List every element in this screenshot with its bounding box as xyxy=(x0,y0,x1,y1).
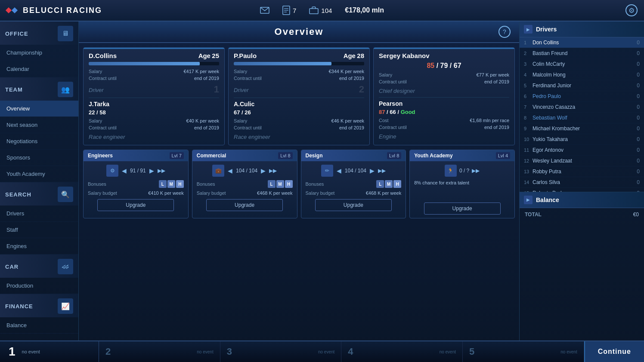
engineers-arrow-left[interactable]: ◀ xyxy=(121,167,127,174)
driver-list-num: 14 xyxy=(524,180,533,185)
engineers-bonus-h[interactable]: H xyxy=(176,180,184,188)
sidebar-item-youth-academy[interactable]: Youth Academy xyxy=(0,166,78,182)
driver-list-item[interactable]: 2 Bastian Freund 0 xyxy=(520,48,644,59)
design-arrow-left[interactable]: ◀ xyxy=(336,167,342,174)
driver2-sub-stats: 67 / 26 xyxy=(234,109,364,116)
dept-commercial-level: Lvl 8 xyxy=(278,152,292,159)
driver-list-item[interactable]: 11 Egor Antonov 0 xyxy=(520,145,644,156)
bottom-event[interactable]: 2 no event xyxy=(99,341,220,362)
design-bonus-l[interactable]: L xyxy=(376,180,384,188)
sidebar-item-negotiations[interactable]: Negotiations xyxy=(0,133,78,150)
driver-list-item[interactable]: 3 Colin McCarty 0 xyxy=(520,59,644,70)
drivers-expand-icon[interactable]: ▶ xyxy=(524,25,533,34)
sidebar-item-championship[interactable]: Championship xyxy=(0,45,78,61)
driver-list-score: 0 xyxy=(637,115,640,121)
driver-list-item[interactable]: 6 Pedro Paulo 0 xyxy=(520,91,644,102)
engineers-bonus-m[interactable]: M xyxy=(167,180,175,188)
sidebar-item-engines[interactable]: Engines xyxy=(0,238,78,255)
doc-item[interactable]: 7 xyxy=(282,6,296,15)
engineers-double-arrow[interactable]: ▶▶ xyxy=(158,168,165,174)
design-arrow-right[interactable]: ▶ xyxy=(369,167,375,174)
commercial-arrow-right[interactable]: ▶ xyxy=(260,167,266,174)
sidebar-item-staff[interactable]: Staff xyxy=(0,222,78,238)
dept-youth-academy: Youth Academy Lvl 4 🏃 0 / ? ▶▶ 8% chance… xyxy=(409,150,515,218)
sidebar-item-next-season[interactable]: Next season xyxy=(0,117,78,133)
finance-title: FINANCE xyxy=(5,303,33,310)
driver-list-item[interactable]: 10 Yukio Takahara 0 xyxy=(520,134,644,145)
driver-list-score: 0 xyxy=(637,104,640,110)
sidebar-item-calendar[interactable]: Calendar xyxy=(0,61,78,77)
driver-cards-row: D.Collins Age 25 Salary €417 K per week … xyxy=(83,47,515,145)
sidebar-item-sponsors[interactable]: Sponsors xyxy=(0,150,78,166)
sidebar-section-car: CAR 🏎 Production xyxy=(0,255,78,294)
event-label: no event xyxy=(440,350,456,354)
driver-card-2: P.Paulo Age 28 Salary €344 K per week Co… xyxy=(228,47,370,145)
money-value: €178,00 mln xyxy=(345,6,384,14)
driver-list-item[interactable]: 15 Roberto De Lucas 0 xyxy=(520,188,644,192)
team-icon: 👥 xyxy=(58,82,73,97)
driver-list-item[interactable]: 1 Don Collins 0 xyxy=(520,37,644,48)
design-icon: ✏ xyxy=(321,165,333,177)
youth-nav-value: 0 / ? xyxy=(459,168,469,174)
bottom-event[interactable]: 4 no event xyxy=(341,341,463,362)
sidebar-item-production[interactable]: Production xyxy=(0,278,78,294)
design-bonus-m[interactable]: M xyxy=(385,180,393,188)
driver-list-name: Sebastian Wolf xyxy=(533,115,637,121)
settings-icon[interactable]: ⚙ xyxy=(625,4,638,16)
design-bonus-h[interactable]: H xyxy=(393,180,401,188)
engineers-bonus-btns: L M H xyxy=(159,180,184,188)
youth-double-arrow[interactable]: ▶▶ xyxy=(472,168,480,174)
driver-list-name: Don Collins xyxy=(533,40,637,46)
youth-upgrade-btn[interactable]: Upgrade xyxy=(424,202,501,215)
help-button[interactable]: ? xyxy=(498,26,511,38)
driver-list-num: 3 xyxy=(524,61,533,67)
driver-list-item[interactable]: 13 Robby Putra 0 xyxy=(520,166,644,177)
driver-list-num: 9 xyxy=(524,126,533,131)
commercial-bonus-m[interactable]: M xyxy=(276,180,284,188)
bottom-event[interactable]: 5 no event xyxy=(463,341,584,362)
driver2-name: P.Paulo xyxy=(234,52,257,59)
briefcase-item[interactable]: 104 xyxy=(309,6,332,14)
driver2-role-num: 2 xyxy=(359,84,364,95)
engineers-nav-value: 91 / 91 xyxy=(130,168,146,174)
driver-list-name: Vincenzo Casazza xyxy=(533,104,637,110)
driver-list-item[interactable]: 14 Carlos Silva 0 xyxy=(520,177,644,188)
driver-list-num: 5 xyxy=(524,83,533,88)
commercial-upgrade-btn[interactable]: Upgrade xyxy=(206,199,283,211)
engineers-upgrade-btn[interactable]: Upgrade xyxy=(97,199,174,211)
driver-list-name: Robby Putra xyxy=(533,169,637,175)
mail-item[interactable] xyxy=(260,7,269,14)
driver1-sub-role: Race engineer xyxy=(89,134,125,140)
sidebar-item-drivers[interactable]: Drivers xyxy=(0,206,78,222)
commercial-double-arrow[interactable]: ▶▶ xyxy=(269,168,277,174)
commercial-arrow-left[interactable]: ◀ xyxy=(227,167,233,174)
commercial-bonus-h[interactable]: H xyxy=(285,180,293,188)
sidebar-item-balance[interactable]: Balance xyxy=(0,317,78,334)
right-panel-balance-section: ▶ Balance TOTAL €0 xyxy=(520,192,644,362)
balance-expand-icon[interactable]: ▶ xyxy=(524,196,533,204)
continue-button[interactable]: Continue xyxy=(584,341,644,362)
sidebar-item-overview[interactable]: Overview xyxy=(0,101,78,117)
sidebar-section-finance-header: FINANCE 📈 xyxy=(0,294,78,317)
commercial-bonus-l[interactable]: L xyxy=(268,180,276,188)
engineers-bonus-l[interactable]: L xyxy=(159,180,167,188)
driver2-progress xyxy=(234,62,364,65)
overview-content: D.Collins Age 25 Salary €417 K per week … xyxy=(79,43,519,362)
driver-list-item[interactable]: 9 Michael Krombacher 0 xyxy=(520,123,644,134)
driver-list-item[interactable]: 7 Vincenzo Casazza 0 xyxy=(520,102,644,113)
settings-area[interactable]: ⚙ xyxy=(625,4,638,16)
driver-list-item[interactable]: 4 Malcolm Hong 0 xyxy=(520,70,644,80)
driver-list-item[interactable]: 5 Ferdinand Junior 0 xyxy=(520,80,644,91)
driver-list-item[interactable]: 8 Sebastian Wolf 0 xyxy=(520,113,644,123)
driver-list-num: 4 xyxy=(524,72,533,77)
car-title: CAR xyxy=(5,264,19,270)
dept-commercial-nav: 💼 ◀ 104 / 104 ▶ ▶▶ xyxy=(197,165,293,177)
bottom-event[interactable]: 3 no event xyxy=(220,341,342,362)
engineers-arrow-right[interactable]: ▶ xyxy=(149,167,155,174)
driver-list-item[interactable]: 12 Wesley Landzaat 0 xyxy=(520,156,644,166)
driver2-sub-salary-row: Salary €46 K per week xyxy=(234,118,364,123)
design-double-arrow[interactable]: ▶▶ xyxy=(378,168,386,174)
driver1-sub-name: J.Tarka xyxy=(89,101,219,107)
right-panel-balance-header: ▶ Balance xyxy=(520,192,644,208)
design-upgrade-btn[interactable]: Upgrade xyxy=(315,199,392,211)
